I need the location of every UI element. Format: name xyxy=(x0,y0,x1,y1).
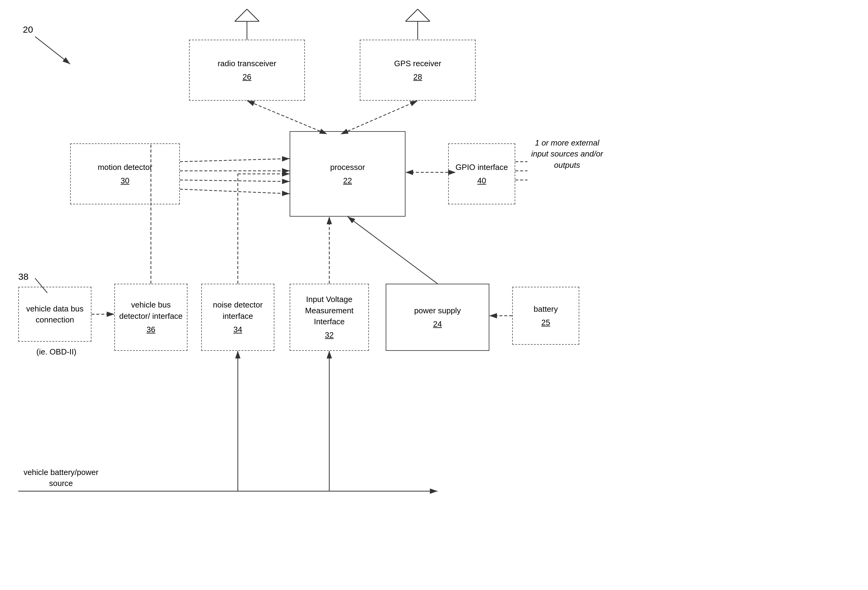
noise-detector-number: 34 xyxy=(233,324,242,335)
gpio-number: 40 xyxy=(477,175,486,186)
vehicle-battery-label: vehicle battery/power source xyxy=(18,467,104,489)
processor-label: processor xyxy=(330,162,365,173)
vehicle-data-bus-box: vehicle data bus connection xyxy=(18,287,92,342)
power-supply-number: 24 xyxy=(433,318,442,330)
power-supply-label: power supply xyxy=(414,305,461,316)
ref-38: 38 xyxy=(18,272,28,282)
radio-transceiver-number: 26 xyxy=(243,71,251,82)
noise-detector-box: noise detector interface 34 xyxy=(201,284,275,351)
battery-label: battery xyxy=(534,303,558,315)
svg-line-21 xyxy=(348,217,437,284)
power-supply-box: power supply 24 xyxy=(386,284,489,351)
motion-detector-box: motion detector 30 xyxy=(70,143,180,204)
diagram: 20 radio transceiver 26 GPS receiver 28 … xyxy=(0,0,868,590)
gps-receiver-box: GPS receiver 28 xyxy=(360,40,475,101)
svg-line-5 xyxy=(247,9,259,21)
svg-line-8 xyxy=(406,9,418,21)
battery-box: battery 25 xyxy=(512,287,579,345)
radio-transceiver-box: radio transceiver 26 xyxy=(189,40,305,101)
svg-line-15 xyxy=(180,189,289,194)
radio-transceiver-label: radio transceiver xyxy=(218,58,276,69)
gpio-box: GPIO interface 40 xyxy=(448,143,515,204)
input-voltage-label: Input Voltage Measurement Interface xyxy=(290,294,368,327)
svg-line-14 xyxy=(180,180,289,182)
svg-line-10 xyxy=(247,101,320,131)
svg-line-11 xyxy=(348,101,418,131)
battery-number: 25 xyxy=(542,317,550,328)
processor-box: processor 22 xyxy=(289,131,406,217)
vehicle-bus-number: 36 xyxy=(147,324,155,335)
external-note: 1 or more external input sources and/or … xyxy=(527,137,607,170)
svg-line-4 xyxy=(235,9,247,21)
vehicle-bus-label: vehicle bus detector/ interface xyxy=(115,299,187,322)
input-voltage-box: Input Voltage Measurement Interface 32 xyxy=(289,284,369,351)
ref-20: 20 xyxy=(23,24,33,35)
gpio-label: GPIO interface xyxy=(456,162,508,173)
svg-line-32 xyxy=(35,37,70,64)
vehicle-bus-box: vehicle bus detector/ interface 36 xyxy=(114,284,187,351)
motion-detector-number: 30 xyxy=(121,175,130,186)
noise-detector-label: noise detector interface xyxy=(202,299,274,322)
motion-detector-label: motion detector xyxy=(97,162,152,173)
svg-line-12 xyxy=(180,159,289,162)
input-voltage-number: 32 xyxy=(325,330,334,340)
obd-label: (ie. OBD-II) xyxy=(20,346,93,357)
vehicle-data-bus-label: vehicle data bus connection xyxy=(19,303,91,325)
gps-receiver-label: GPS receiver xyxy=(394,58,441,69)
svg-line-9 xyxy=(418,9,430,21)
gps-receiver-number: 28 xyxy=(413,71,422,82)
processor-number: 22 xyxy=(343,175,352,186)
